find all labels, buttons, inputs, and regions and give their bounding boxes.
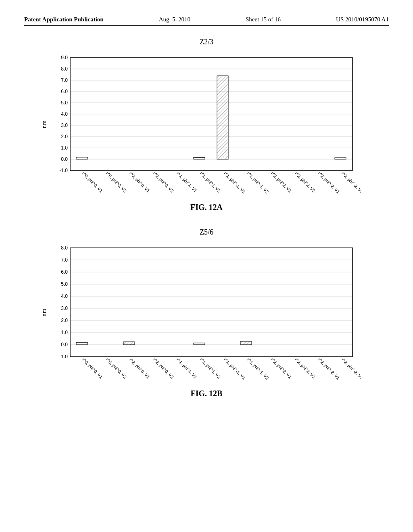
svg-text:r^0, phi^0, V2: r^0, phi^0, V2 [105, 357, 128, 380]
svg-text:r^2, phi^0, V2: r^2, phi^0, V2 [152, 171, 175, 193]
svg-text:r^2, phi^0, V1: r^2, phi^0, V1 [129, 171, 151, 193]
publication-number: US 2010/0195070 A1 [336, 16, 389, 23]
svg-text:1.0: 1.0 [61, 145, 68, 151]
chart-a-title: Z2/3 [41, 38, 372, 46]
svg-text:r^2, phi^-2, V2: r^2, phi^-2, V2 [341, 171, 361, 194]
charts-container: Z2/3 nm [24, 38, 389, 398]
chart-a-wrapper: Z2/3 nm [41, 38, 372, 212]
svg-text:8.0: 8.0 [61, 66, 68, 72]
svg-text:r^2, phi^-2, V1: r^2, phi^-2, V1 [317, 357, 341, 380]
svg-text:r^0, phi^0, V2: r^0, phi^0, V2 [105, 171, 128, 193]
svg-text:r^2, phi^2, V2: r^2, phi^2, V2 [294, 357, 317, 380]
svg-text:3.0: 3.0 [61, 305, 68, 311]
svg-text:7.0: 7.0 [61, 77, 68, 83]
page-header: Patent Application Publication Aug. 5, 2… [24, 16, 389, 26]
svg-rect-24 [194, 158, 205, 160]
svg-text:0.0: 0.0 [61, 342, 68, 347]
svg-text:-1.0: -1.0 [59, 168, 68, 173]
svg-text:r^2, phi^2, V1: r^2, phi^2, V1 [270, 357, 293, 380]
chart-b-area: nm [41, 240, 372, 385]
svg-text:r^1, phi^1, V1: r^1, phi^1, V1 [176, 357, 198, 380]
chart-b-title: Z5/6 [41, 228, 372, 237]
svg-rect-60 [76, 343, 88, 345]
chart-b-y-label: nm [41, 308, 48, 316]
svg-text:r^0, phi^0, V1: r^0, phi^0, V1 [81, 171, 104, 193]
svg-text:4.0: 4.0 [61, 111, 68, 117]
svg-text:r^1, phi^-1, V2: r^1, phi^-1, V2 [246, 171, 270, 194]
fig-12b-label: FIG. 12B [41, 389, 372, 398]
svg-text:8.0: 8.0 [61, 245, 68, 251]
svg-text:r^2, phi^-2, V1: r^2, phi^-2, V1 [317, 171, 341, 194]
svg-rect-62 [194, 343, 205, 345]
svg-rect-49 [70, 248, 353, 357]
svg-rect-26 [335, 158, 346, 159]
svg-text:0.0: 0.0 [61, 156, 68, 162]
svg-text:2.0: 2.0 [61, 134, 68, 139]
sheet-info: Sheet 15 of 16 [246, 16, 281, 23]
chart-a-y-label: nm [41, 120, 48, 128]
svg-text:4.0: 4.0 [61, 293, 68, 299]
svg-text:5.0: 5.0 [61, 100, 68, 106]
svg-text:r^1, phi^1, V2: r^1, phi^1, V2 [199, 171, 222, 193]
chart-b-wrapper: Z5/6 nm [41, 228, 372, 398]
svg-text:r^2, phi^2, V2: r^2, phi^2, V2 [294, 171, 317, 193]
chart-a-svg: 9.0 8.0 7.0 6.0 5.0 4.0 3.0 2.0 1.0 0.0 … [50, 50, 361, 199]
publication-title: Patent Application Publication [24, 16, 104, 23]
svg-rect-63 [240, 341, 252, 345]
svg-text:r^2, phi^0, V1: r^2, phi^0, V1 [129, 357, 151, 380]
svg-text:r^2, phi^-2, V2: r^2, phi^-2, V2 [341, 357, 361, 380]
svg-text:2.0: 2.0 [61, 318, 68, 323]
page: Patent Application Publication Aug. 5, 2… [0, 0, 413, 532]
svg-rect-61 [123, 342, 135, 345]
svg-text:9.0: 9.0 [61, 55, 68, 60]
chart-b-svg: 8.0 7.0 6.0 5.0 4.0 3.0 2.0 1.0 0.0 -1.0 [50, 240, 361, 385]
svg-text:7.0: 7.0 [61, 257, 68, 263]
chart-a-area: nm [41, 50, 372, 199]
chart-a-inner: 9.0 8.0 7.0 6.0 5.0 4.0 3.0 2.0 1.0 0.0 … [50, 50, 372, 199]
svg-text:1.0: 1.0 [61, 330, 68, 335]
svg-rect-23 [76, 157, 88, 159]
svg-text:5.0: 5.0 [61, 281, 68, 287]
svg-text:r^1, phi^-1, V1: r^1, phi^-1, V1 [223, 171, 246, 194]
fig-12a-label: FIG. 12A [41, 203, 372, 212]
svg-text:r^1, phi^-1, V1: r^1, phi^-1, V1 [223, 357, 246, 380]
svg-text:6.0: 6.0 [61, 89, 68, 94]
publication-date: Aug. 5, 2010 [159, 16, 190, 23]
svg-text:-1.0: -1.0 [59, 354, 68, 360]
svg-text:r^1, phi^-1, V2: r^1, phi^-1, V2 [246, 357, 270, 380]
svg-text:3.0: 3.0 [61, 123, 68, 128]
svg-text:r^0, phi^0, V1: r^0, phi^0, V1 [81, 357, 104, 380]
svg-text:r^1, phi^1, V1: r^1, phi^1, V1 [176, 171, 198, 193]
svg-text:6.0: 6.0 [61, 269, 68, 275]
svg-rect-25 [217, 76, 228, 159]
svg-text:r^1, phi^1, V2: r^1, phi^1, V2 [199, 357, 222, 380]
chart-b-inner: 8.0 7.0 6.0 5.0 4.0 3.0 2.0 1.0 0.0 -1.0 [50, 240, 372, 385]
svg-text:r^2, phi^0, V2: r^2, phi^0, V2 [152, 357, 175, 380]
svg-text:r^2, phi^2, V1: r^2, phi^2, V1 [270, 171, 293, 193]
